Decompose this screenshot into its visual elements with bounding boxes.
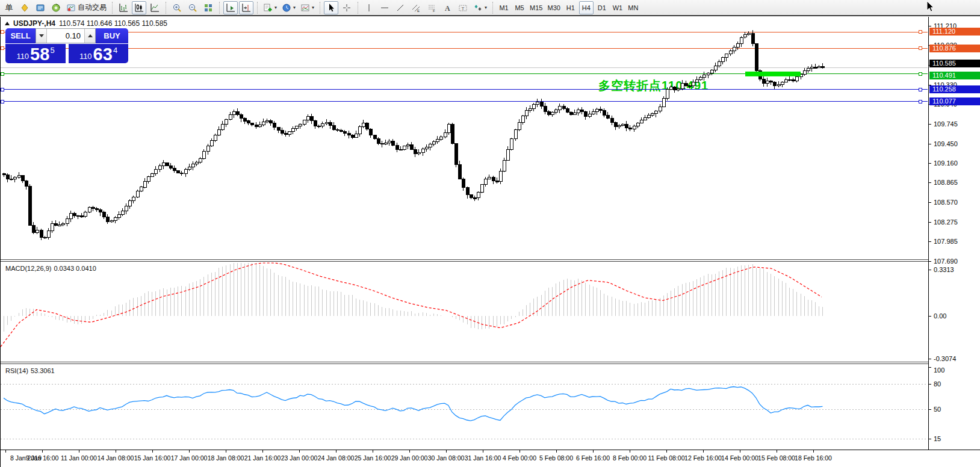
x-axis-tick [299,450,300,453]
metaeditor-icon [20,3,29,13]
volume-stepper [36,28,96,43]
candlestick-chart[interactable] [1,17,928,259]
price-axis[interactable]: 111.210110.920110.625110.330110.040109.7… [928,17,980,450]
tf-m5[interactable]: M5 [512,1,527,14]
price-level-label-110.258: 110.258 [929,85,980,93]
time-axis[interactable]: 8 Jan 20199 Jan 16:0011 Jan 00:0014 Jan … [1,450,980,467]
navigator-icon[interactable] [49,1,63,14]
auto-scroll-icon[interactable] [223,1,238,14]
line-handle[interactable] [919,88,922,91]
mouse-cursor-icon [925,1,936,14]
rsi-pane[interactable]: RSI(14)53.3061 [1,364,928,450]
x-axis-tick [593,450,594,453]
x-axis-tick [630,450,630,453]
buy-button[interactable]: BUY [96,28,128,43]
volume-increase-button[interactable] [85,29,95,43]
y-axis-tick-label: 109.745 [934,120,958,128]
rsi-axis-tick [929,384,931,385]
arrows-caret-icon[interactable]: ▾ [485,5,487,10]
indicators-icon[interactable]: ▾ [261,1,279,14]
terminal-icon[interactable] [33,1,48,14]
main-chart-pane[interactable]: 多空转折点110.491 USDJPY-,H4 110.574 110.646 … [1,17,928,259]
macd-axis-tick [929,270,931,270]
line-chart-icon[interactable] [147,1,162,14]
sell-price-display[interactable]: 110585 [5,44,66,63]
ohlc-values-label: 110.574 110.646 110.565 110.585 [59,19,167,28]
y-axis-tick-label: 109.160 [934,159,958,167]
zoom-in-icon [172,3,182,13]
candlestick-icon[interactable] [132,1,146,14]
vertical-line-icon[interactable] [362,1,376,14]
pivot-highlight-segment[interactable] [745,72,801,76]
x-axis-tick [409,450,410,453]
templates-icon[interactable]: ▾ [299,1,316,14]
templates-caret-icon[interactable]: ▾ [312,5,314,10]
rsi-line [4,387,823,421]
symbol-period-label: USDJPY-,H4 [13,19,55,28]
macd-axis-tick-label: -0.3074 [934,355,956,362]
tf-m1[interactable]: M1 [497,1,511,14]
chart-shift-icon[interactable] [239,1,253,14]
line-handle[interactable] [919,72,922,75]
crosshair-icon[interactable] [340,1,354,14]
macd-chart [1,262,928,362]
triangle-down-icon [39,34,44,37]
bar-chart-icon[interactable] [116,1,131,14]
line-handle[interactable] [1,100,4,103]
line-handle[interactable] [1,47,4,50]
periods-icon[interactable]: ▾ [280,1,297,14]
zoom-out-icon [188,3,197,13]
label-icon: T [458,3,468,13]
x-axis-tick [116,450,116,453]
fibonacci-icon[interactable]: F [424,1,439,14]
y-axis-tick-label: 107.690 [934,258,958,265]
tf-h4[interactable]: H4 [579,1,594,14]
zoom-in-icon[interactable] [170,1,184,14]
macd-pane[interactable]: MACD(12,26,9)0.0343 0.0410 [1,262,928,362]
rsi-chart [1,364,928,450]
buy-price-display[interactable]: 110634 [69,44,128,63]
line-handle[interactable] [1,31,4,34]
autotrading-button[interactable]: 自动交易 [64,1,108,14]
text-icon[interactable]: A [440,1,454,14]
trendline-icon[interactable] [393,1,408,14]
y-axis-tick [929,144,931,144]
line-handle[interactable] [919,100,922,103]
x-axis-tick [703,450,704,453]
line-handle[interactable] [919,47,922,50]
tf-d1[interactable]: D1 [595,1,609,14]
periods-caret-icon[interactable]: ▾ [293,5,296,10]
label-icon[interactable]: T [456,1,470,14]
y-axis-tick [929,124,931,125]
horizontal-line-icon[interactable] [377,1,392,14]
line-handle[interactable] [1,88,4,91]
tf-mn[interactable]: MN [626,1,640,14]
pane-separator[interactable] [1,362,928,364]
line-handle[interactable] [1,72,4,75]
pane-separator[interactable] [1,259,928,262]
metaeditor-icon[interactable] [17,1,32,14]
cursor-icon[interactable] [324,1,338,14]
tile-windows-icon[interactable] [201,1,216,14]
sell-button[interactable]: SELL [5,28,36,43]
new-order-button[interactable]: 单 [2,1,16,14]
zoom-out-icon[interactable] [185,1,200,14]
tf-m30[interactable]: M30 [545,1,562,14]
y-axis-tick [929,261,931,262]
line-handle[interactable] [919,31,922,34]
chart-title: USDJPY-,H4 110.574 110.646 110.565 110.5… [5,19,167,28]
volume-decrease-button[interactable] [36,29,46,43]
tile-windows-icon [203,3,213,13]
y-axis-tick-label: 108.275 [934,218,958,226]
collapse-chart-icon[interactable] [5,22,10,25]
x-axis-tick [740,450,740,453]
tf-m15[interactable]: M15 [528,1,544,14]
tf-w1[interactable]: W1 [610,1,625,14]
tf-h1[interactable]: H1 [563,1,578,14]
volume-input[interactable] [46,29,85,43]
channel-icon[interactable]: E [409,1,423,14]
arrows-icon [473,3,483,13]
auto-scroll-icon [226,3,235,13]
arrows-icon[interactable]: ▾ [471,1,489,14]
indicators-caret-icon[interactable]: ▾ [274,5,277,10]
